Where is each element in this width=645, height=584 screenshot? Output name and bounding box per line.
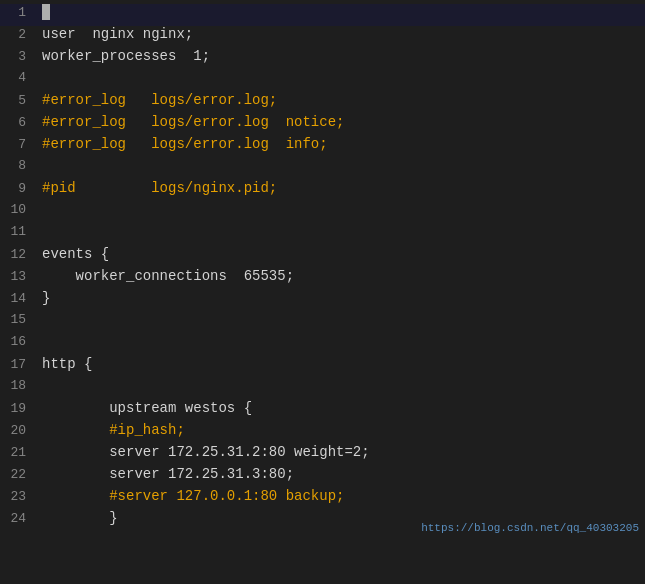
line-number-22: 22 (0, 467, 36, 482)
line-content-22: server 172.25.31.3:80; (36, 466, 645, 482)
line-number-20: 20 (0, 423, 36, 438)
code-line-18: 18 (0, 378, 645, 400)
code-line-19: 19 upstream westos { (0, 400, 645, 422)
line-number-2: 2 (0, 27, 36, 42)
line-content-2: user nginx nginx; (36, 26, 645, 42)
code-line-2: 2 user nginx nginx; (0, 26, 645, 48)
line-number-1: 1 (0, 5, 36, 20)
line-number-18: 18 (0, 378, 36, 393)
line-content-23: #server 127.0.0.1:80 backup; (36, 488, 645, 504)
line-number-5: 5 (0, 93, 36, 108)
cursor (42, 4, 50, 20)
line-number-3: 3 (0, 49, 36, 64)
line-number-12: 12 (0, 247, 36, 262)
line-number-14: 14 (0, 291, 36, 306)
code-line-22: 22 server 172.25.31.3:80; (0, 466, 645, 488)
code-line-10: 10 (0, 202, 645, 224)
line-number-8: 8 (0, 158, 36, 173)
code-line-3: 3 worker_processes 1; (0, 48, 645, 70)
code-line-12: 12 events { (0, 246, 645, 268)
line-number-9: 9 (0, 181, 36, 196)
code-line-8: 8 (0, 158, 645, 180)
line-number-13: 13 (0, 269, 36, 284)
code-line-1: 1 (0, 4, 645, 26)
line-number-15: 15 (0, 312, 36, 327)
code-line-17: 17 http { (0, 356, 645, 378)
line-number-24: 24 (0, 511, 36, 526)
code-line-14: 14 } (0, 290, 645, 312)
line-number-21: 21 (0, 445, 36, 460)
line-content-3: worker_processes 1; (36, 48, 645, 64)
line-content-20: #ip_hash; (36, 422, 645, 438)
code-line-7: 7 #error_log logs/error.log info; (0, 136, 645, 158)
line-content-9: #pid logs/nginx.pid; (36, 180, 645, 196)
code-editor: 1 2 user nginx nginx; 3 worker_processes… (0, 0, 645, 536)
code-line-13: 13 worker_connections 65535; (0, 268, 645, 290)
line-number-23: 23 (0, 489, 36, 504)
code-line-20: 20 #ip_hash; (0, 422, 645, 444)
line-content-12: events { (36, 246, 645, 262)
line-number-4: 4 (0, 70, 36, 85)
line-content-13: worker_connections 65535; (36, 268, 645, 284)
watermark: https://blog.csdn.net/qq_40303205 (421, 522, 639, 534)
line-content-17: http { (36, 356, 645, 372)
line-number-19: 19 (0, 401, 36, 416)
line-content-7: #error_log logs/error.log info; (36, 136, 645, 152)
code-line-21: 21 server 172.25.31.2:80 weight=2; (0, 444, 645, 466)
line-content-1 (36, 4, 645, 20)
line-content-14: } (36, 290, 645, 306)
line-content-6: #error_log logs/error.log notice; (36, 114, 645, 130)
code-line-11: 11 (0, 224, 645, 246)
code-line-15: 15 (0, 312, 645, 334)
line-content-5: #error_log logs/error.log; (36, 92, 645, 108)
line-number-10: 10 (0, 202, 36, 217)
code-line-23: 23 #server 127.0.0.1:80 backup; (0, 488, 645, 510)
line-content-21: server 172.25.31.2:80 weight=2; (36, 444, 645, 460)
code-line-4: 4 (0, 70, 645, 92)
line-content-19: upstream westos { (36, 400, 645, 416)
line-number-11: 11 (0, 224, 36, 239)
line-number-17: 17 (0, 357, 36, 372)
code-line-6: 6 #error_log logs/error.log notice; (0, 114, 645, 136)
line-number-7: 7 (0, 137, 36, 152)
code-line-16: 16 (0, 334, 645, 356)
code-line-5: 5 #error_log logs/error.log; (0, 92, 645, 114)
line-number-6: 6 (0, 115, 36, 130)
line-number-16: 16 (0, 334, 36, 349)
code-line-9: 9 #pid logs/nginx.pid; (0, 180, 645, 202)
